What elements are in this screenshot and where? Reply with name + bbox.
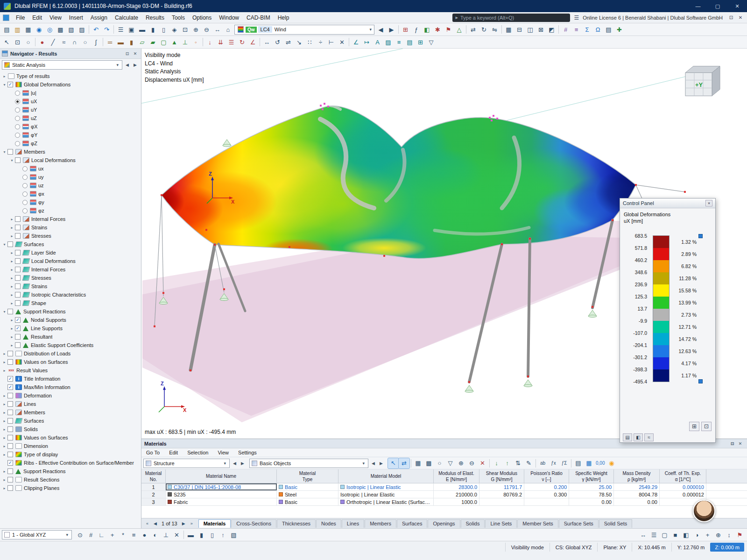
result-values-icon[interactable]: ✱ [432,24,443,35]
imperfection-icon[interactable]: ∠ [247,37,258,47]
tree-checkbox[interactable] [7,410,13,415]
materials-menu-edit[interactable]: Edit [169,450,178,455]
keyword-search-input[interactable]: ▸ Type a keyword (Alt+Q) [452,14,570,22]
work-plane-xy-icon[interactable]: ▬ [185,530,196,540]
tree-checkbox[interactable] [7,468,13,474]
control-panel-title-bar[interactable]: Control Panel ✕ [620,198,715,208]
tree-item[interactable]: ▸Support Reactions [0,467,141,475]
tab-member-sets[interactable]: Member Sets [517,519,558,528]
tree-expander-icon[interactable]: ▸ [9,326,15,331]
table-help-icon[interactable]: ◉ [606,458,617,468]
tree-expander-icon[interactable]: ▾ [9,158,15,163]
tab-cross-sections[interactable]: Cross-Sections [231,519,276,528]
show-supports-icon[interactable]: △ [454,24,465,35]
minimize-icon[interactable]: — [688,0,708,12]
tree-expander-icon[interactable]: ▸ [1,74,7,78]
material-row[interactable]: 1C30/37 | DIN 1045-1:2008-08BasicIsotrop… [141,483,747,491]
tree-item[interactable]: ▸Type of display [0,450,141,459]
scale-handle-top[interactable] [698,234,703,238]
materials-close-icon[interactable]: ✕ [736,440,744,447]
tree-expander-icon[interactable]: ▸ [9,234,15,238]
tree-expander-icon[interactable]: ▸ [9,293,15,297]
tree-expander-icon[interactable]: ▸ [1,411,7,415]
tree-item[interactable]: φy [0,198,141,206]
materials-menu-go-to[interactable]: Go To [146,450,160,455]
new-solid-icon[interactable]: ▰ [148,37,158,47]
tree-item[interactable]: ▸Strains [0,282,141,291]
open-model-icon[interactable]: ▥ [12,24,23,35]
clipping-icon[interactable]: ⊠ [536,24,546,35]
navigation-cube[interactable]: +Y [685,66,720,96]
save-model-icon[interactable]: ▦ [23,24,34,35]
tree-checkbox[interactable] [7,477,13,482]
print-graphic-icon[interactable]: ▩ [55,24,66,35]
scale-color-cell[interactable] [653,236,669,248]
tree-expander-icon[interactable]: ▾ [1,242,7,247]
material-cell[interactable]: 210000.0 [434,491,479,498]
tree-expander-icon[interactable]: ▸ [1,369,7,373]
material-cell[interactable] [524,498,569,505]
materials-menu-settings[interactable]: Settings [238,450,257,455]
material-cell[interactable]: 25.00 [569,483,614,490]
tree-item[interactable]: uy [0,173,141,181]
tree-checkbox[interactable] [15,258,21,264]
prev-record-icon[interactable]: ◀ [151,520,159,527]
measure-icon[interactable]: ∠ [351,37,361,47]
last-record-icon[interactable]: » [188,520,196,527]
new-nodal-support-icon[interactable]: ▲ [169,37,180,47]
column-header[interactable]: MaterialNo. [141,469,166,483]
tree-checkbox[interactable] [15,334,21,340]
show-loads-icon[interactable]: ⚑ [443,24,454,35]
tree-item[interactable]: ▸Internal Forces [0,265,141,274]
tree-item[interactable]: ▸Strains [0,223,141,232]
tab-surface-sets[interactable]: Surface Sets [559,519,599,528]
material-cell[interactable] [479,498,524,505]
coordinate-system-dropdown[interactable]: 1 - Global XYZ [2,530,72,539]
mesh-settings-icon[interactable]: ≡ [571,24,582,35]
navigator-close-icon[interactable]: ✕ [131,50,139,57]
delete-row-icon[interactable]: ⊖ [466,458,477,468]
material-cell[interactable]: 1000.0 [434,498,479,505]
tree-expander-icon[interactable]: ▸ [1,394,7,398]
tab-lines[interactable]: Lines [342,519,364,528]
render-wireframe-icon[interactable]: ▢ [659,530,670,540]
close-icon[interactable]: ✕ [727,0,747,12]
scale-handle-bottom[interactable] [698,379,703,383]
tree-radio[interactable] [15,107,20,113]
snap-perpendicular-icon[interactable]: ⊥ [161,530,171,540]
material-cell[interactable]: Orthotropic | Linear Elastic (Surfaces) [338,498,434,505]
tree-checkbox[interactable] [7,418,13,424]
rotate-icon[interactable]: ↻ [479,24,489,35]
tab-nodes[interactable]: Nodes [316,519,341,528]
tree-item[interactable]: ▸Distribution of Loads [0,349,141,358]
next-record-icon[interactable]: ▶ [180,520,188,527]
system-menu-icon[interactable] [3,14,9,21]
snap-midpoint-icon[interactable]: ◐ [150,530,161,540]
tree-expander-icon[interactable]: ▸ [1,402,7,406]
new-member-icon[interactable]: ═ [105,37,115,47]
select-pointer-icon[interactable]: ↖ [1,37,12,47]
mirror-icon[interactable]: ⇋ [489,24,500,35]
tree-expander-icon[interactable]: ▸ [1,419,7,423]
tree-radio[interactable] [22,166,28,171]
tree-item[interactable]: ▾Members [0,148,141,156]
new-arc-icon[interactable]: ∩ [69,37,80,47]
panel-tab-filter-icon[interactable]: ≈ [644,433,654,441]
menu-help[interactable]: Help [274,13,293,22]
tree-item[interactable]: ▸Lines [0,400,141,408]
menu-tools[interactable]: Tools [168,13,189,22]
move-copy-icon[interactable]: ⇄ [468,24,479,35]
tree-expander-icon[interactable]: ▸ [1,352,7,356]
tree-checkbox[interactable] [7,359,13,365]
tree-item[interactable]: ▸Values on Surfaces [0,433,141,442]
layers-icon[interactable]: ▤ [404,37,415,47]
polar-grid-icon[interactable]: * [118,530,128,540]
import-table-icon[interactable]: ↓ [491,458,502,468]
material-cell[interactable]: 80769.2 [479,491,524,498]
redo-icon[interactable]: ↷ [101,24,112,35]
table-next-icon[interactable]: ▶ [239,460,247,467]
calculation-settings-icon[interactable]: ƒ [411,24,422,35]
column-header[interactable]: Material Model [338,469,434,483]
rotate-objects-icon[interactable]: ↺ [272,37,283,47]
origin-marker-icon[interactable]: ⊕ [713,530,724,540]
